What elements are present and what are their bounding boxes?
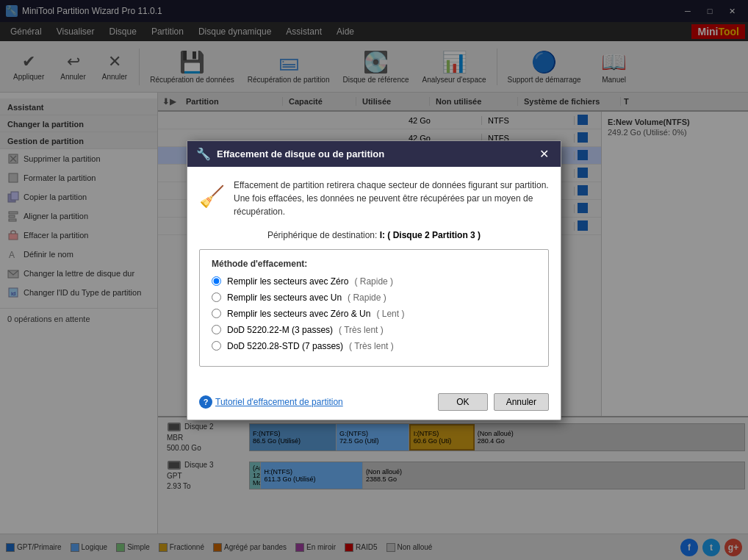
dialog-ok-button[interactable]: OK: [438, 393, 487, 411]
method-radio-3[interactable]: [212, 309, 221, 318]
dialog-titlebar: 🔧 Effacement de disque ou de partition ✕: [187, 141, 561, 167]
dialog-overlay: 🔧 Effacement de disque ou de partition ✕…: [0, 0, 748, 560]
method-radio-1[interactable]: [212, 276, 221, 286]
dialog-dest: Périphérique de destination: I: ( Disque…: [199, 230, 549, 240]
help-icon: ?: [199, 395, 212, 409]
dialog: 🔧 Effacement de disque ou de partition ✕…: [187, 140, 561, 420]
dialog-title: Effacement de disque ou de partition: [217, 148, 384, 159]
dest-value: I: ( Disque 2 Partition 3 ): [380, 230, 481, 240]
dialog-body: 🧹 Effacement de partition retirera chaqu…: [187, 167, 561, 387]
dialog-close-button[interactable]: ✕: [536, 147, 552, 161]
method-label-4: DoD 5220.22-M (3 passes): [227, 325, 333, 335]
help-link[interactable]: ? Tutoriel d'effacement de partition: [199, 395, 343, 409]
dialog-warning-text: Effacement de partition retirera chaque …: [234, 179, 549, 218]
method-speed-1: ( Rapide ): [354, 276, 393, 287]
method-option-4[interactable]: DoD 5220.22-M (3 passes) ( Très lent ): [212, 325, 536, 335]
method-label-2: Remplir les secteurs avec Un: [227, 292, 342, 303]
method-label-3: Remplir les secteurs avec Zéro & Un: [227, 309, 370, 319]
method-radio-4[interactable]: [212, 325, 221, 334]
help-link-text: Tutoriel d'effacement de partition: [215, 397, 343, 407]
dialog-buttons: OK Annuler: [438, 393, 549, 411]
method-speed-2: ( Rapide ): [348, 292, 386, 303]
method-title: Méthode d'effacement:: [212, 259, 536, 269]
dest-label: Périphérique de destination:: [267, 230, 377, 240]
dialog-warning: 🧹 Effacement de partition retirera chaqu…: [199, 179, 549, 218]
method-radio-2[interactable]: [212, 292, 221, 302]
method-speed-4: ( Très lent ): [339, 325, 384, 335]
eraser-icon: 🧹: [199, 182, 225, 212]
method-option-1[interactable]: Remplir les secteurs avec Zéro ( Rapide …: [212, 276, 536, 287]
method-group: Méthode d'effacement: Remplir les secteu…: [199, 249, 549, 367]
dialog-cancel-button[interactable]: Annuler: [494, 393, 549, 411]
method-label-1: Remplir les secteurs avec Zéro: [227, 276, 348, 287]
method-speed-5: ( Très lent ): [349, 341, 394, 351]
method-option-5[interactable]: DoD 5220.28-STD (7 passes) ( Très lent ): [212, 341, 536, 351]
dialog-title-icon: 🔧: [196, 147, 211, 161]
method-speed-3: ( Lent ): [376, 309, 404, 319]
method-label-5: DoD 5220.28-STD (7 passes): [227, 341, 343, 351]
method-radio-5[interactable]: [212, 341, 221, 351]
dialog-footer: ? Tutoriel d'effacement de partition OK …: [187, 387, 561, 420]
method-option-2[interactable]: Remplir les secteurs avec Un ( Rapide ): [212, 292, 536, 303]
method-option-3[interactable]: Remplir les secteurs avec Zéro & Un ( Le…: [212, 309, 536, 319]
